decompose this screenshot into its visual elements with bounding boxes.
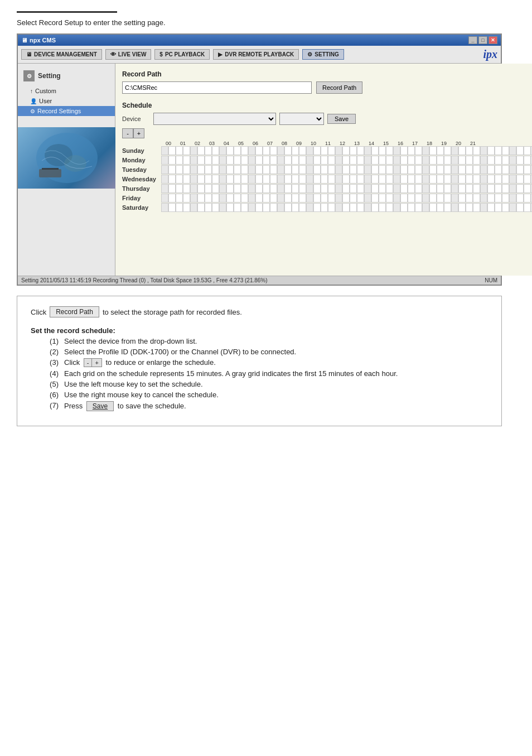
grid-cell[interactable] [437,203,444,212]
grid-cell[interactable] [241,146,248,155]
dvr-remote-playback-button[interactable]: ▶ DVR REMOTE PLAYBACK [213,49,299,60]
grid-cell[interactable] [205,184,212,193]
grid-cell[interactable] [306,203,313,212]
grid-cell[interactable] [263,203,270,212]
grid-cell[interactable] [183,194,190,203]
grid-cell[interactable] [255,194,263,203]
grid-cell[interactable] [335,165,342,174]
grid-cell[interactable] [292,156,299,165]
grid-cell[interactable] [342,146,350,155]
grid-cell[interactable] [393,194,400,203]
grid-cell[interactable] [277,203,284,212]
grid-cell[interactable] [190,175,197,184]
grid-cell[interactable] [183,175,190,184]
grid-cell[interactable] [480,175,487,184]
grid-cell[interactable] [197,184,205,193]
grid-cell[interactable] [342,175,350,184]
grid-cell[interactable] [212,175,219,184]
grid-cell[interactable] [379,156,386,165]
grid-cell[interactable] [313,156,321,165]
grid-cell[interactable] [451,194,458,203]
live-view-button[interactable]: 👁 LIVE VIEW [105,49,152,60]
grid-cell[interactable] [183,156,190,165]
grid-cell[interactable] [219,194,226,203]
grid-cell[interactable] [379,184,386,193]
grid-cell[interactable] [176,184,183,193]
grid-cell[interactable] [212,165,219,174]
grid-cell[interactable] [437,194,444,203]
grid-cell[interactable] [487,175,495,184]
grid-cell[interactable] [524,194,531,203]
pc-playback-button[interactable]: $ PC PLAYBACK [154,49,210,60]
grid-cell[interactable] [284,184,292,193]
grid-cell[interactable] [234,184,241,193]
grid-cell[interactable] [473,175,480,184]
grid-cell[interactable] [400,156,408,165]
grid-cell[interactable] [248,165,255,174]
grid-cell[interactable] [328,175,335,184]
grid-cell[interactable] [226,146,234,155]
grid-cell[interactable] [284,203,292,212]
grid-cell[interactable] [466,175,473,184]
grid-cell[interactable] [509,184,516,193]
grid-cell[interactable] [190,156,197,165]
grid-cell[interactable] [292,194,299,203]
grid-cell[interactable] [400,165,408,174]
grid-cell[interactable] [190,184,197,193]
grid-cell[interactable] [270,146,277,155]
grid-cell[interactable] [422,203,429,212]
grid-cell[interactable] [371,156,379,165]
grid-cell[interactable] [379,194,386,203]
grid-cell[interactable] [516,184,524,193]
grid-cell[interactable] [277,146,284,155]
grid-cell[interactable] [219,165,226,174]
grid-cell[interactable] [516,175,524,184]
grid-cell[interactable] [197,203,205,212]
grid-cell[interactable] [183,203,190,212]
grid-cell[interactable] [176,175,183,184]
grid-cell[interactable] [386,146,393,155]
grid-cell[interactable] [429,184,437,193]
grid-cell[interactable] [357,165,364,174]
grid-cell[interactable] [502,175,509,184]
grid-cell[interactable] [226,203,234,212]
grid-cell[interactable] [364,156,371,165]
grid-cell[interactable] [458,194,466,203]
grid-cell[interactable] [480,156,487,165]
grid-cell[interactable] [342,203,350,212]
grid-cell[interactable] [350,156,357,165]
grid-cell[interactable] [241,203,248,212]
grid-cell[interactable] [313,194,321,203]
grid-cell[interactable] [321,203,328,212]
grid-cell[interactable] [422,165,429,174]
grid-cell[interactable] [509,203,516,212]
close-button[interactable]: ✕ [489,36,497,44]
grid-cell[interactable] [328,146,335,155]
grid-cell[interactable] [161,203,168,212]
grid-cell[interactable] [219,184,226,193]
grid-cell[interactable] [379,165,386,174]
grid-cell[interactable] [321,194,328,203]
grid-cell[interactable] [458,146,466,155]
grid-cell[interactable] [400,146,408,155]
grid-cell[interactable] [437,184,444,193]
grid-cell[interactable] [328,184,335,193]
grid-cell[interactable] [241,156,248,165]
grid-cell[interactable] [357,184,364,193]
grid-cell[interactable] [350,184,357,193]
grid-cell[interactable] [205,194,212,203]
grid-cell[interactable] [234,194,241,203]
grid-cell[interactable] [205,146,212,155]
grid-cell[interactable] [212,194,219,203]
grid-cell[interactable] [321,146,328,155]
grid-cell[interactable] [255,203,263,212]
grid-cell[interactable] [502,203,509,212]
grid-cell[interactable] [161,156,168,165]
grid-cell[interactable] [299,156,306,165]
grid-cell[interactable] [205,203,212,212]
grid-cell[interactable] [270,175,277,184]
grid-cell[interactable] [313,165,321,174]
grid-cell[interactable] [306,165,313,174]
grid-cell[interactable] [255,146,263,155]
grid-cell[interactable] [509,175,516,184]
